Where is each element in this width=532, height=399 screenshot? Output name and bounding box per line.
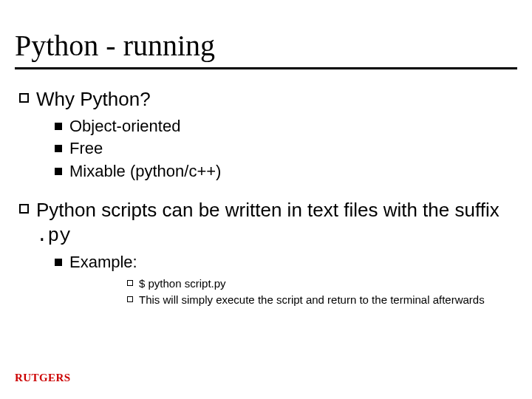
solid-square-icon: [55, 123, 62, 130]
bullet-level2: Object-oriented: [55, 116, 517, 137]
solid-square-icon: [55, 259, 62, 266]
bullet-text: Object-oriented: [69, 116, 180, 137]
slide: Python - running Why Python? Object-orie…: [0, 0, 532, 399]
bullet-text: This will simply execute the script and …: [139, 293, 485, 307]
hollow-square-icon: [19, 93, 29, 103]
sublist: Object-oriented Free Mixable (python/c++…: [55, 116, 517, 183]
bullet-level2: Mixable (python/c++): [55, 161, 517, 183]
bullet-text: Example:: [69, 252, 137, 273]
bullet-text: $ python script.py: [139, 276, 226, 291]
bullet-level1: Why Python? Object-oriented Free Mixable…: [19, 87, 517, 182]
bullet-level2: Example:: [55, 252, 517, 273]
solid-square-icon: [55, 145, 62, 152]
code-suffix: .py: [36, 225, 71, 247]
slide-title: Python - running: [15, 28, 517, 69]
rutgers-logo: RUTGERS: [15, 369, 89, 386]
sublist: Example: $ python script.py This will si…: [55, 252, 517, 307]
logo-text: RUTGERS: [15, 372, 70, 383]
sublist: $ python script.py This will simply exec…: [127, 276, 517, 308]
bullet-text: Why Python?: [36, 87, 151, 112]
bullet-text: Free: [69, 138, 103, 160]
hollow-square-small-icon: [127, 280, 133, 286]
solid-square-icon: [55, 168, 62, 175]
bullet-level3: $ python script.py: [127, 276, 517, 291]
bullet-text: Mixable (python/c++): [69, 161, 221, 183]
hollow-square-icon: [19, 204, 29, 214]
hollow-square-small-icon: [127, 296, 133, 302]
bullet-level1: Python scripts can be written in text fi…: [19, 198, 517, 307]
bullet-level2: Free: [55, 138, 517, 160]
bullet-text-main: Python scripts can be written in text fi…: [36, 199, 499, 221]
bullet-level3: This will simply execute the script and …: [127, 293, 517, 307]
bullet-text: Python scripts can be written in text fi…: [36, 198, 517, 248]
